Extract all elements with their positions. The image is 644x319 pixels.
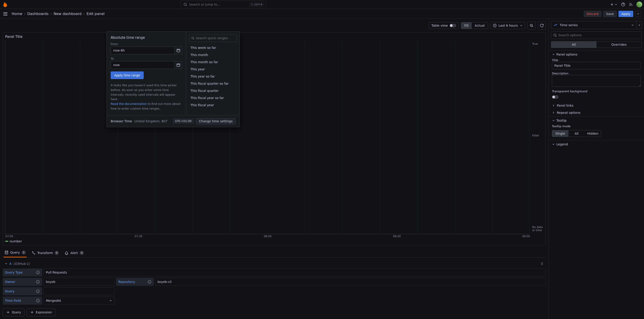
absolute-range-title: Absolute time range xyxy=(111,36,182,40)
svg-point-9 xyxy=(541,264,542,264)
query-header[interactable]: A (GitHub-1) xyxy=(3,260,546,267)
quick-range-item[interactable]: This year so far xyxy=(189,73,237,80)
from-calendar-button[interactable] xyxy=(174,46,182,54)
to-calendar-button[interactable] xyxy=(174,61,182,69)
tooltip-mode-hidden[interactable]: Hidden xyxy=(584,130,601,137)
y-label: False xyxy=(532,134,544,137)
menu-icon[interactable] xyxy=(3,11,8,16)
transparent-bg-label: Transparent background xyxy=(552,90,587,93)
visualization-picker[interactable]: Time series xyxy=(551,21,642,29)
tab-all[interactable]: All xyxy=(551,42,596,48)
quick-range-item[interactable]: This year xyxy=(189,66,237,73)
quick-range-item[interactable]: This fiscal year so far xyxy=(189,94,237,102)
repository-label: Repository xyxy=(116,278,154,286)
legend-item[interactable]: number xyxy=(5,240,544,243)
chevron-up-icon xyxy=(636,12,640,16)
info-icon[interactable] xyxy=(36,280,40,284)
transparent-bg-toggle[interactable] xyxy=(552,95,559,99)
quick-range-item[interactable]: This fiscal quarter so far xyxy=(189,80,237,87)
tab-query[interactable]: Query 1 xyxy=(4,248,27,258)
collapse-panel-button[interactable] xyxy=(635,11,641,17)
refresh-button[interactable] xyxy=(538,22,546,30)
query-type-select[interactable]: Pull Requests xyxy=(44,268,546,276)
time-range-label: Last 6 hours xyxy=(498,24,518,27)
save-button[interactable]: Save xyxy=(603,11,617,17)
transform-count-badge: 0 xyxy=(55,251,59,255)
apply-time-range-button[interactable]: Apply time range xyxy=(111,72,144,79)
info-icon[interactable] xyxy=(36,289,40,293)
quick-range-item[interactable]: This fiscal quarter xyxy=(189,87,237,94)
discard-button[interactable]: Discard xyxy=(584,11,602,17)
chart-area[interactable]: 07:00 07:30 08:00 08:30 09:00 xyxy=(5,40,530,234)
quick-range-search-input[interactable] xyxy=(196,36,235,40)
tab-transform[interactable]: Transform 0 xyxy=(31,248,60,258)
chevron-right-icon xyxy=(552,104,555,107)
read-docs-link[interactable]: Read the documentation xyxy=(111,102,147,106)
options-search[interactable] xyxy=(551,31,642,39)
from-input[interactable] xyxy=(111,46,174,54)
query-input[interactable] xyxy=(44,287,115,295)
crumb-dashboards[interactable]: Dashboards xyxy=(27,12,48,16)
help-icon[interactable] xyxy=(621,2,625,6)
x-tick: 08:00 xyxy=(264,235,272,238)
title-input[interactable] xyxy=(552,62,641,70)
user-avatar[interactable] xyxy=(636,2,642,8)
svg-rect-20 xyxy=(177,64,180,66)
info-icon[interactable] xyxy=(36,298,40,303)
x-tick: 07:30 xyxy=(135,235,142,238)
tooltip-mode-all[interactable]: All xyxy=(568,130,585,137)
chevron-down-icon xyxy=(4,262,8,265)
owner-label: Owner xyxy=(3,278,42,286)
time-field-select[interactable]: MergedAt xyxy=(44,296,115,305)
svg-point-21 xyxy=(192,37,194,39)
x-tick: 09:00 xyxy=(522,235,530,238)
add-menu[interactable] xyxy=(610,2,618,6)
expand-column-icon[interactable] xyxy=(636,21,642,29)
fill-button[interactable]: Fill xyxy=(461,22,472,29)
section-panel-options[interactable]: Panel options xyxy=(549,50,644,58)
change-time-settings-button[interactable]: Change time settings xyxy=(196,118,236,124)
search-input[interactable] xyxy=(189,3,248,6)
apply-button[interactable]: Apply xyxy=(618,11,633,17)
quick-range-item[interactable]: This fiscal year xyxy=(189,102,237,109)
quick-range-item[interactable]: This week so far xyxy=(189,44,237,51)
svg-point-7 xyxy=(541,262,542,263)
actual-button[interactable]: Actual xyxy=(472,22,488,29)
section-legend[interactable]: Legend xyxy=(549,140,644,148)
owner-input[interactable] xyxy=(44,278,115,286)
section-panel-links[interactable]: Panel links xyxy=(549,102,644,109)
drag-handle-icon[interactable] xyxy=(540,262,544,266)
info-icon[interactable] xyxy=(36,270,40,274)
section-tooltip[interactable]: Tooltip xyxy=(549,116,644,124)
quick-range-item[interactable]: This month xyxy=(189,51,237,58)
global-search[interactable]: ctrl+k xyxy=(181,1,266,8)
add-query-button[interactable]: Query xyxy=(3,308,24,316)
crumb-new-dashboard[interactable]: New dashboard xyxy=(54,12,82,16)
legend-swatch xyxy=(5,241,8,242)
table-view-label: Table view xyxy=(431,24,448,27)
quick-range-search[interactable] xyxy=(189,34,237,42)
svg-point-6 xyxy=(5,251,8,252)
table-view-toggle[interactable]: Table view xyxy=(429,22,459,29)
description-input[interactable] xyxy=(552,75,641,87)
add-expression-button[interactable]: Expression xyxy=(27,308,55,316)
news-icon[interactable] xyxy=(629,2,633,6)
breadcrumb: Home › Dashboards › New dashboard › Edit… xyxy=(12,12,105,16)
options-search-input[interactable] xyxy=(558,34,640,37)
bell-icon xyxy=(64,251,68,255)
tab-overrides[interactable]: Overrides xyxy=(596,42,642,48)
zoom-out-button[interactable] xyxy=(528,22,536,30)
crumb-home[interactable]: Home xyxy=(12,12,22,16)
tab-alert[interactable]: Alert 0 xyxy=(64,248,84,258)
quick-range-item[interactable]: This month so far xyxy=(189,58,237,66)
info-icon[interactable] xyxy=(148,280,152,284)
plus-icon xyxy=(30,310,34,314)
tooltip-mode-single[interactable]: Single xyxy=(552,130,568,137)
grafana-logo xyxy=(2,1,8,8)
visualization-type-label: Time series xyxy=(560,23,578,27)
section-repeat-options[interactable]: Repeat options xyxy=(549,109,644,116)
to-input[interactable] xyxy=(111,61,174,69)
svg-rect-19 xyxy=(177,49,180,52)
repository-input[interactable] xyxy=(155,278,546,286)
time-range-picker[interactable]: Last 6 hours xyxy=(490,22,525,29)
